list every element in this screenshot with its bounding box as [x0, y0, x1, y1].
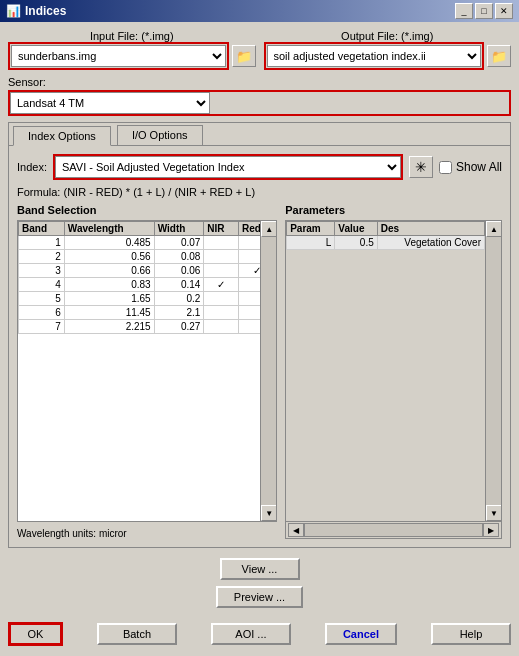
- band-cell-wavelength: 0.485: [64, 236, 154, 250]
- params-nav-left-btn[interactable]: ◀: [288, 523, 304, 537]
- aoi-button[interactable]: AOI ...: [211, 623, 291, 645]
- output-file-select[interactable]: soil adjusted vegetation index.ii: [267, 45, 482, 67]
- band-cell-wavelength: 2.215: [64, 320, 154, 334]
- band-cell-width: 0.2: [154, 292, 204, 306]
- params-nav-row: ◀ ▶: [286, 521, 501, 538]
- band-scroll-down-btn[interactable]: ▼: [261, 505, 277, 521]
- table-row[interactable]: 10.4850.07: [19, 236, 276, 250]
- band-cell-nir: [204, 320, 239, 334]
- footer-row: OK Batch AOI ... Cancel Help: [8, 618, 511, 648]
- table-row[interactable]: 51.650.2: [19, 292, 276, 306]
- band-cell-band: 5: [19, 292, 65, 306]
- params-scrollbar-v[interactable]: ▲ ▼: [485, 221, 501, 521]
- params-nav-right-btn[interactable]: ▶: [483, 523, 499, 537]
- output-file-label: Output File: (*.img): [264, 30, 512, 42]
- formula-row: Formula: (NIR - RED) * (1 + L) / (NIR + …: [17, 186, 502, 198]
- band-cell-band: 6: [19, 306, 65, 320]
- star-button[interactable]: ✳: [409, 156, 433, 178]
- params-scroll-down-btn[interactable]: ▼: [486, 505, 501, 521]
- band-scrollbar-v[interactable]: ▲ ▼: [260, 221, 276, 521]
- index-select[interactable]: SAVI - Soil Adjusted Vegetation Index: [55, 156, 401, 178]
- minimize-button[interactable]: _: [455, 3, 473, 19]
- param-col-param: Param: [287, 222, 335, 236]
- help-button[interactable]: Help: [431, 623, 511, 645]
- table-row[interactable]: 72.2150.27: [19, 320, 276, 334]
- band-table-wrap: Band Wavelength Width NIR Red 10.4850.07…: [17, 220, 277, 522]
- index-row: Index: SAVI - Soil Adjusted Vegetation I…: [17, 154, 502, 180]
- tab-index-options[interactable]: Index Options: [13, 126, 111, 146]
- band-cell-wavelength: 0.56: [64, 250, 154, 264]
- sensor-row: Sensor: Landsat 4 TM: [8, 76, 511, 116]
- param-col-value: Value: [335, 222, 377, 236]
- cancel-button[interactable]: Cancel: [325, 623, 397, 645]
- input-file-label: Input File: (*.img): [8, 30, 256, 42]
- maximize-button[interactable]: □: [475, 3, 493, 19]
- window-body: Input File: (*.img) sunderbans.img 📁 Out…: [0, 22, 519, 656]
- formula-value: (NIR - RED) * (1 + L) / (NIR + RED + L): [63, 186, 255, 198]
- index-label: Index:: [17, 161, 47, 173]
- title-bar: 📊 Indices _ □ ✕: [0, 0, 519, 22]
- band-col-width: Width: [154, 222, 204, 236]
- band-cell-band: 4: [19, 278, 65, 292]
- tab-io-options[interactable]: I/O Options: [117, 125, 203, 145]
- params-title: Parameters: [285, 204, 502, 216]
- params-scroll-track[interactable]: [486, 237, 501, 505]
- band-col-wavelength: Wavelength: [64, 222, 154, 236]
- table-row[interactable]: 611.452.1: [19, 306, 276, 320]
- band-cell-width: 0.07: [154, 236, 204, 250]
- show-all-row: Show All: [439, 160, 502, 174]
- band-cell-nir: [204, 236, 239, 250]
- tab-content-index-options: Index: SAVI - Soil Adjusted Vegetation I…: [9, 146, 510, 547]
- table-row[interactable]: 30.660.06✓: [19, 264, 276, 278]
- band-cell-band: 7: [19, 320, 65, 334]
- sensor-select[interactable]: Landsat 4 TM: [10, 92, 210, 114]
- band-cell-nir: ✓: [204, 278, 239, 292]
- param-cell-param: L: [287, 236, 335, 250]
- params-scroll-h[interactable]: [304, 523, 483, 537]
- sensor-label: Sensor:: [8, 76, 511, 88]
- band-scroll-track[interactable]: [261, 237, 276, 505]
- band-table: Band Wavelength Width NIR Red 10.4850.07…: [18, 221, 276, 334]
- band-section: Band Selection Band Wavelength Width NIR: [17, 204, 277, 539]
- input-file-select[interactable]: sunderbans.img: [11, 45, 226, 67]
- preview-button[interactable]: Preview ...: [216, 586, 303, 608]
- param-cell-desc: Vegetation Cover: [377, 236, 484, 250]
- input-file-browse-button[interactable]: 📁: [232, 45, 256, 67]
- window-title: Indices: [25, 4, 66, 18]
- band-scroll-up-btn[interactable]: ▲: [261, 221, 277, 237]
- table-row[interactable]: L0.5Vegetation Cover: [287, 236, 485, 250]
- two-col: Band Selection Band Wavelength Width NIR: [17, 204, 502, 539]
- output-file-browse-button[interactable]: 📁: [487, 45, 511, 67]
- show-all-checkbox[interactable]: [439, 161, 452, 174]
- band-cell-wavelength: 0.66: [64, 264, 154, 278]
- tabs-container: Index Options I/O Options Index: SAVI - …: [8, 122, 511, 548]
- band-cell-nir: [204, 306, 239, 320]
- params-table-content: Param Value Des L0.5Vegetation Cover: [286, 221, 485, 521]
- band-cell-width: 0.27: [154, 320, 204, 334]
- params-table-inner: Param Value Des L0.5Vegetation Cover: [286, 221, 501, 521]
- band-cell-width: 2.1: [154, 306, 204, 320]
- ok-button[interactable]: OK: [8, 622, 63, 646]
- param-cell-value: 0.5: [335, 236, 377, 250]
- bottom-buttons: View ... Preview ...: [8, 554, 511, 612]
- file-row: Input File: (*.img) sunderbans.img 📁 Out…: [8, 30, 511, 70]
- band-cell-wavelength: 0.83: [64, 278, 154, 292]
- band-cell-width: 0.06: [154, 264, 204, 278]
- band-cell-wavelength: 11.45: [64, 306, 154, 320]
- close-button[interactable]: ✕: [495, 3, 513, 19]
- band-cell-band: 2: [19, 250, 65, 264]
- table-row[interactable]: 40.830.14✓: [19, 278, 276, 292]
- band-cell-wavelength: 1.65: [64, 292, 154, 306]
- band-col-band: Band: [19, 222, 65, 236]
- batch-button[interactable]: Batch: [97, 623, 177, 645]
- band-cell-nir: [204, 250, 239, 264]
- title-bar-buttons: _ □ ✕: [455, 3, 513, 19]
- show-all-label: Show All: [456, 160, 502, 174]
- table-row[interactable]: 20.560.08: [19, 250, 276, 264]
- band-cell-band: 3: [19, 264, 65, 278]
- params-scroll-up-btn[interactable]: ▲: [486, 221, 501, 237]
- band-cell-width: 0.14: [154, 278, 204, 292]
- param-col-desc: Des: [377, 222, 484, 236]
- view-button[interactable]: View ...: [220, 558, 300, 580]
- band-cell-width: 0.08: [154, 250, 204, 264]
